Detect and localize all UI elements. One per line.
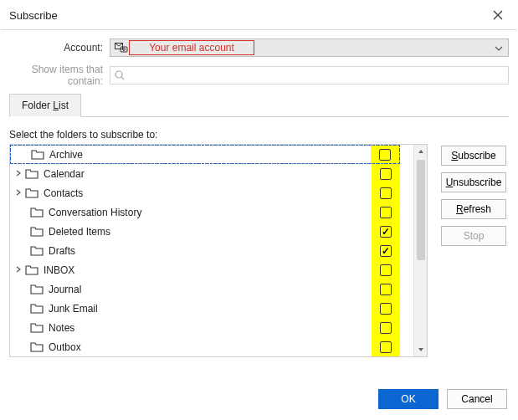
- subscribe-checkbox[interactable]: [380, 341, 392, 353]
- subscribe-checkbox-zone: [372, 260, 400, 279]
- folder-label: Contacts: [42, 187, 372, 199]
- folder-label: Deleted Items: [47, 226, 372, 238]
- subscribe-checkbox[interactable]: [380, 322, 392, 334]
- subscribe-checkbox[interactable]: [380, 303, 392, 315]
- folder-row[interactable]: Archive: [10, 145, 400, 164]
- l: Stop: [464, 230, 485, 242]
- account-placeholder-overlay: Your email account: [129, 40, 254, 55]
- subscribe-checkbox-zone: [372, 299, 400, 318]
- cancel-button[interactable]: Cancel: [447, 389, 507, 409]
- unsubscribe-button[interactable]: Unsubscribe: [441, 172, 506, 192]
- svg-point-3: [115, 71, 122, 78]
- subscribe-checkbox[interactable]: [380, 264, 392, 276]
- subscribe-checkbox-zone: [372, 318, 400, 337]
- folder-icon: [30, 284, 44, 295]
- folder-row[interactable]: Journal: [10, 279, 400, 299]
- subscribe-checkbox[interactable]: [380, 207, 392, 218]
- folder-row[interactable]: Notes: [10, 318, 400, 337]
- folder-label: INBOX: [42, 264, 372, 276]
- folder-icon: [30, 303, 44, 315]
- filter-input[interactable]: [110, 66, 509, 85]
- folder-icon: [30, 207, 44, 218]
- l: nsubscribe: [453, 177, 501, 188]
- folder-row[interactable]: Conversation History: [10, 202, 400, 222]
- folder-icon: [30, 341, 44, 353]
- subscribe-checkbox-zone: [372, 222, 400, 241]
- scroll-track[interactable]: [417, 158, 425, 343]
- folder-icon: [30, 245, 44, 257]
- l: ubscribe: [458, 150, 495, 161]
- subscribe-checkbox-zone: [372, 241, 400, 260]
- account-label: Account:: [9, 42, 110, 54]
- instruction-label: Select the folders to subscribe to:: [9, 129, 509, 141]
- window-title: Subscribe: [9, 9, 58, 22]
- l: efresh: [464, 203, 491, 215]
- search-icon: [114, 69, 126, 81]
- subscribe-checkbox-zone: [371, 146, 399, 163]
- folder-label: Archive: [48, 149, 371, 161]
- subscribe-checkbox[interactable]: [380, 187, 392, 199]
- dialog-footer: OK Cancel: [1, 377, 517, 417]
- folder-label: Notes: [47, 322, 372, 334]
- scroll-down-button[interactable]: [414, 343, 427, 356]
- chevron-down-icon: [495, 42, 503, 54]
- mailbox-icon: [114, 42, 129, 54]
- expand-toggle[interactable]: [10, 169, 22, 178]
- refresh-button[interactable]: Refresh: [441, 199, 506, 219]
- folder-row[interactable]: Outbox: [10, 337, 400, 356]
- close-icon: [493, 10, 503, 20]
- folder-tree: ArchiveCalendarContactsConversation Hist…: [9, 144, 428, 357]
- subscribe-button[interactable]: Subscribe: [441, 146, 506, 166]
- subscribe-checkbox-zone: [372, 337, 400, 356]
- scroll-thumb[interactable]: [417, 160, 425, 260]
- subscribe-checkbox-zone: [372, 164, 400, 183]
- expand-toggle[interactable]: [10, 188, 22, 197]
- folder-row[interactable]: Drafts: [10, 241, 400, 260]
- stop-button: Stop: [441, 226, 506, 246]
- folder-label: Journal: [47, 284, 372, 295]
- folder-row[interactable]: Junk Email: [10, 299, 400, 318]
- account-dropdown[interactable]: Your email account: [110, 38, 509, 57]
- tab-bar: Folder List: [9, 94, 509, 117]
- subscribe-checkbox-zone: [372, 183, 400, 202]
- close-button[interactable]: [485, 6, 510, 24]
- ok-button[interactable]: OK: [378, 389, 439, 409]
- folder-label: Conversation History: [47, 207, 372, 218]
- folder-icon: [30, 322, 44, 334]
- subscribe-checkbox[interactable]: [380, 226, 392, 238]
- subscribe-checkbox[interactable]: [380, 245, 392, 257]
- folder-icon: [30, 226, 44, 238]
- folder-icon: [25, 168, 38, 180]
- folder-icon: [25, 264, 38, 276]
- subscribe-checkbox[interactable]: [379, 149, 391, 161]
- folder-row[interactable]: Calendar: [10, 164, 400, 183]
- subscribe-checkbox-zone: [372, 202, 400, 222]
- filter-label: Show items that contain:: [9, 64, 110, 87]
- folder-label: Drafts: [47, 245, 372, 257]
- vertical-scrollbar[interactable]: [413, 145, 427, 356]
- folder-icon: [31, 149, 44, 161]
- title-bar: Subscribe: [1, 1, 517, 30]
- tab-folder-list[interactable]: Folder List: [9, 94, 81, 117]
- folder-icon: [25, 187, 38, 199]
- folder-label: Junk Email: [47, 303, 372, 315]
- folder-row[interactable]: INBOX: [10, 260, 400, 279]
- folder-row[interactable]: Deleted Items: [10, 222, 400, 241]
- svg-point-2: [123, 49, 126, 51]
- folder-label: Calendar: [42, 168, 372, 180]
- subscribe-checkbox[interactable]: [380, 284, 392, 295]
- scroll-up-button[interactable]: [414, 145, 427, 158]
- folder-label: Outbox: [47, 341, 372, 353]
- subscribe-checkbox[interactable]: [380, 168, 392, 180]
- folder-row[interactable]: Contacts: [10, 183, 400, 202]
- subscribe-checkbox-zone: [372, 279, 400, 299]
- expand-toggle[interactable]: [10, 265, 22, 274]
